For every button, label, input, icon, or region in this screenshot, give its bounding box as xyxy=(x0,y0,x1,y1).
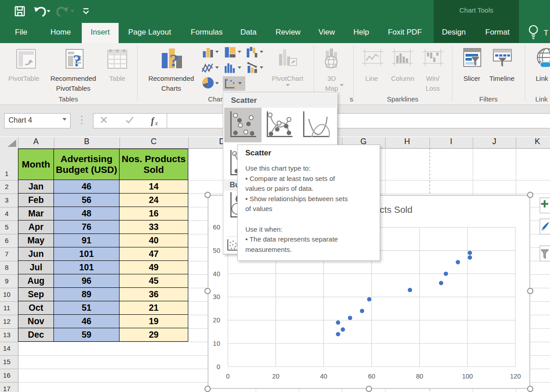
svg-text:x: x xyxy=(155,120,158,127)
svg-text:30: 30 xyxy=(213,293,220,300)
svg-text:20: 20 xyxy=(213,317,220,324)
svg-text:?: ? xyxy=(169,50,178,70)
svg-text:ucts Sold: ucts Sold xyxy=(375,204,412,215)
svg-text:T: T xyxy=(544,29,548,37)
svg-text:40: 40 xyxy=(213,270,220,277)
svg-text:0: 0 xyxy=(217,363,220,370)
svg-text:100: 100 xyxy=(462,373,473,380)
svg-text:120: 120 xyxy=(510,373,521,380)
svg-text:10: 10 xyxy=(213,340,220,347)
svg-text:f: f xyxy=(151,116,155,126)
svg-text:20: 20 xyxy=(272,373,279,380)
svg-text:40: 40 xyxy=(320,373,327,380)
svg-text:?: ? xyxy=(73,51,81,70)
svg-text:50: 50 xyxy=(213,247,220,254)
svg-text:60: 60 xyxy=(368,373,375,380)
svg-text:80: 80 xyxy=(416,373,423,380)
svg-text:60: 60 xyxy=(213,224,220,231)
svg-text:0: 0 xyxy=(226,373,230,380)
